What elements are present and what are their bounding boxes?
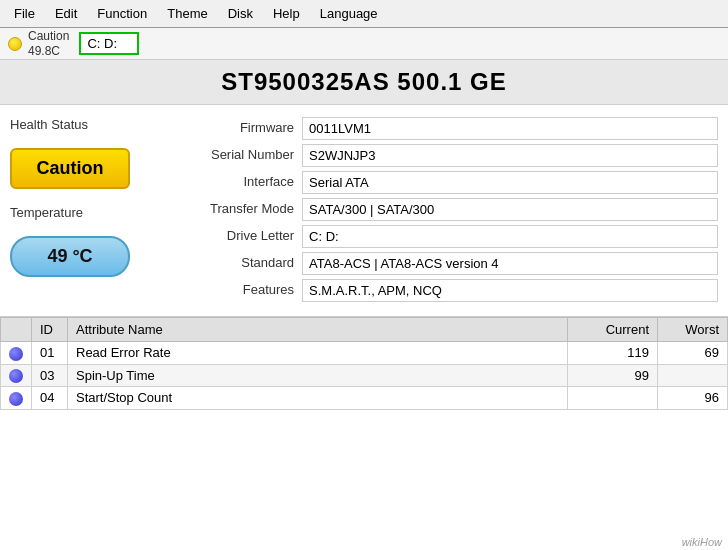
col-id: ID xyxy=(32,318,68,342)
row-status-icon xyxy=(9,347,23,361)
detail-value: S.M.A.R.T., APM, NCQ xyxy=(302,279,718,302)
row-status-icon xyxy=(9,369,23,383)
detail-label: Serial Number xyxy=(210,144,302,169)
caution-small-label: Caution xyxy=(28,29,69,43)
toolbar: Caution 49.8C C: D: xyxy=(0,28,728,60)
detail-label: Standard xyxy=(210,252,302,277)
detail-value: Serial ATA xyxy=(302,171,718,194)
menu-theme[interactable]: Theme xyxy=(157,2,217,25)
main-content: ST9500325AS 500.1 GE Health Status Cauti… xyxy=(0,60,728,550)
table-row[interactable]: 01 Read Error Rate 119 69 xyxy=(1,342,728,365)
row-attribute-name: Start/Stop Count xyxy=(68,387,568,410)
temperature-label: Temperature xyxy=(10,205,83,220)
row-worst: 69 xyxy=(658,342,728,365)
row-current xyxy=(568,387,658,410)
detail-value: S2WJNJP3 xyxy=(302,144,718,167)
caution-badge: Caution xyxy=(10,148,130,189)
row-current: 119 xyxy=(568,342,658,365)
table-section: ID Attribute Name Current Worst 01 Read … xyxy=(0,317,728,550)
health-status-label: Health Status xyxy=(10,117,88,132)
menu-edit[interactable]: Edit xyxy=(45,2,87,25)
menu-file[interactable]: File xyxy=(4,2,45,25)
row-icon-cell xyxy=(1,364,32,387)
menu-disk[interactable]: Disk xyxy=(218,2,263,25)
detail-label: Drive Letter xyxy=(210,225,302,250)
detail-label: Features xyxy=(210,279,302,304)
drive-indicator: Caution 49.8C xyxy=(8,29,69,58)
detail-value: SATA/300 | SATA/300 xyxy=(302,198,718,221)
menu-language[interactable]: Language xyxy=(310,2,388,25)
temp-small-label: 49.8C xyxy=(28,44,69,58)
row-id: 03 xyxy=(32,364,68,387)
row-icon-cell xyxy=(1,387,32,410)
detail-value: 0011LVM1 xyxy=(302,117,718,140)
left-panel: Health Status Caution Temperature 49 °C xyxy=(10,117,190,304)
row-current: 99 xyxy=(568,364,658,387)
drive-title: ST9500325AS 500.1 GE xyxy=(0,60,728,105)
row-worst xyxy=(658,364,728,387)
col-current: Current xyxy=(568,318,658,342)
row-id: 01 xyxy=(32,342,68,365)
table-row[interactable]: 04 Start/Stop Count 96 xyxy=(1,387,728,410)
menu-function[interactable]: Function xyxy=(87,2,157,25)
table-row[interactable]: 03 Spin-Up Time 99 xyxy=(1,364,728,387)
menu-help[interactable]: Help xyxy=(263,2,310,25)
col-worst: Worst xyxy=(658,318,728,342)
drive-box[interactable]: C: D: xyxy=(79,32,139,55)
row-status-icon xyxy=(9,392,23,406)
detail-label: Transfer Mode xyxy=(210,198,302,223)
wikihow-watermark: wikiHow xyxy=(676,534,728,550)
col-attribute-name: Attribute Name xyxy=(68,318,568,342)
row-icon-cell xyxy=(1,342,32,365)
right-panel: Firmware0011LVM1Serial NumberS2WJNJP3Int… xyxy=(210,117,718,304)
row-attribute-name: Spin-Up Time xyxy=(68,364,568,387)
menu-bar: File Edit Function Theme Disk Help Langu… xyxy=(0,0,728,28)
row-worst: 96 xyxy=(658,387,728,410)
col-icon xyxy=(1,318,32,342)
detail-value: C: D: xyxy=(302,225,718,248)
detail-label: Interface xyxy=(210,171,302,196)
row-id: 04 xyxy=(32,387,68,410)
detail-value: ATA8-ACS | ATA8-ACS version 4 xyxy=(302,252,718,275)
attributes-table: ID Attribute Name Current Worst 01 Read … xyxy=(0,317,728,410)
detail-label: Firmware xyxy=(210,117,302,142)
temperature-badge: 49 °C xyxy=(10,236,130,277)
info-section: Health Status Caution Temperature 49 °C … xyxy=(0,105,728,317)
caution-dot-icon xyxy=(8,37,22,51)
row-attribute-name: Read Error Rate xyxy=(68,342,568,365)
